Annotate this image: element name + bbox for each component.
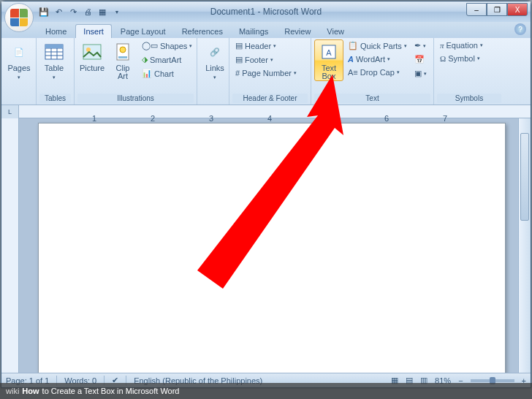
window-controls: – ❐ X — [466, 3, 528, 16]
illus-stack: ◯▭Shapes ▾ ⬗SmartArt 📊Chart — [139, 39, 195, 80]
pagenumber-button[interactable]: #Page Number ▾ — [232, 67, 308, 79]
pagenumber-label: Page Number — [242, 69, 292, 77]
footer-icon: ▤ — [235, 55, 243, 64]
header-icon: ▤ — [235, 41, 243, 50]
undo-icon[interactable]: ↶ — [53, 6, 64, 18]
redo-icon[interactable]: ↷ — [67, 6, 79, 18]
smartart-icon: ⬗ — [142, 55, 148, 64]
text-stack2: ✒▾ 📅 ▣▾ — [411, 39, 430, 80]
tab-home[interactable]: Home — [38, 25, 74, 38]
help-button[interactable]: ? — [514, 23, 526, 35]
wikihow-caption: wikiHow to Create a Text Box in Microsof… — [0, 383, 532, 399]
textbox-label: Text Box — [322, 64, 336, 80]
header-label: Header — [245, 42, 271, 50]
office-button[interactable] — [4, 3, 34, 32]
shapes-button[interactable]: ◯▭Shapes ▾ — [139, 39, 195, 52]
close-button[interactable]: X — [507, 3, 528, 16]
shapes-icon: ◯▭ — [142, 41, 158, 50]
workspace — [1, 118, 531, 373]
group-symbols-label: Symbols — [437, 94, 501, 103]
datetime-icon: 📅 — [414, 55, 425, 64]
tab-view[interactable]: View — [319, 25, 352, 38]
symbol-label: Symbol — [448, 54, 475, 63]
ribbon: 📄 Pages▾ Pages Table▾ Tables Picture — [1, 38, 531, 105]
new-icon[interactable]: ▦ — [96, 6, 108, 18]
group-hf-label: Header & Footer — [232, 94, 308, 103]
quick-access-toolbar: 💾 ↶ ↷ 🖨 ▦ ▼ — [38, 6, 123, 18]
scrollbar-vertical[interactable] — [518, 118, 531, 373]
save-icon[interactable]: 💾 — [38, 6, 50, 18]
word-window: 💾 ↶ ↷ 🖨 ▦ ▼ Document1 - Microsoft Word –… — [1, 1, 531, 388]
symbols-stack: πEquation ▾ ΩSymbol ▾ — [437, 39, 501, 64]
smartart-button[interactable]: ⬗SmartArt — [139, 53, 195, 66]
dropcap-label: Drop Cap — [360, 68, 395, 77]
picture-button[interactable]: Picture — [77, 39, 107, 72]
header-button[interactable]: ▤Header ▾ — [232, 39, 308, 52]
ruler-horizontal: L 1 2 3 4 5 6 7 — [1, 105, 531, 118]
group-illustrations-label: Illustrations — [77, 94, 194, 103]
ruler-corner[interactable]: L — [1, 105, 19, 118]
pages-icon: 📄 — [9, 42, 29, 62]
chart-button[interactable]: 📊Chart — [139, 67, 195, 80]
svg-text:A: A — [326, 48, 332, 57]
pages-label: Pages — [7, 64, 30, 72]
tab-page-layout[interactable]: Page Layout — [113, 25, 173, 38]
quickparts-button[interactable]: 📋Quick Parts ▾ — [345, 39, 410, 52]
group-tables-label: Tables — [39, 94, 71, 103]
group-text: A Text Box 📋Quick Parts ▾ AWordArt ▾ A≡D… — [311, 38, 434, 104]
svg-point-8 — [86, 48, 91, 52]
office-logo-icon — [10, 9, 28, 26]
group-pages: 📄 Pages▾ Pages — [1, 38, 37, 104]
picture-label: Picture — [80, 64, 104, 72]
chart-label: Chart — [154, 69, 174, 78]
svg-rect-7 — [83, 45, 101, 59]
picture-icon — [82, 42, 102, 62]
links-label: Links — [205, 64, 224, 72]
titlebar: 💾 ↶ ↷ 🖨 ▦ ▼ Document1 - Microsoft Word –… — [1, 1, 531, 22]
text-stack1: 📋Quick Parts ▾ AWordArt ▾ A≡Drop Cap ▾ — [345, 39, 410, 78]
group-illustrations: Picture Clip Art ◯▭Shapes ▾ ⬗SmartArt 📊C… — [75, 38, 197, 104]
qat-dropdown-icon[interactable]: ▼ — [111, 6, 123, 18]
caption-how: How — [22, 387, 39, 395]
tab-review[interactable]: Review — [277, 25, 318, 38]
textbox-button[interactable]: A Text Box — [314, 39, 343, 81]
footer-button[interactable]: ▤Footer ▾ — [232, 53, 308, 66]
dropcap-button[interactable]: A≡Drop Cap ▾ — [345, 66, 410, 78]
svg-point-10 — [120, 47, 126, 53]
svg-rect-6 — [45, 45, 63, 48]
table-button[interactable]: Table▾ — [39, 39, 69, 81]
zoom-slider[interactable] — [471, 379, 514, 382]
clipart-label: Clip Art — [116, 64, 130, 80]
maximize-button[interactable]: ❐ — [487, 3, 507, 16]
group-text-label: Text — [314, 94, 430, 103]
svg-rect-11 — [118, 56, 127, 58]
minimize-button[interactable]: – — [466, 3, 487, 16]
tab-mailings[interactable]: Mailings — [232, 25, 276, 38]
signature-button[interactable]: ✒▾ — [411, 39, 430, 52]
tab-references[interactable]: References — [175, 25, 230, 38]
symbol-button[interactable]: ΩSymbol ▾ — [437, 53, 501, 64]
pages-button[interactable]: 📄 Pages▾ — [4, 39, 34, 81]
equation-label: Equation — [446, 41, 478, 50]
dropcap-icon: A≡ — [348, 68, 358, 77]
footer-label: Footer — [245, 56, 268, 64]
page-area[interactable] — [19, 118, 518, 373]
scroll-thumb[interactable] — [520, 133, 529, 221]
shapes-label: Shapes — [160, 42, 187, 50]
quickparts-label: Quick Parts — [360, 42, 402, 50]
links-icon: 🔗 — [205, 42, 225, 62]
document-page[interactable] — [38, 123, 506, 373]
links-button[interactable]: 🔗 Links▾ — [200, 39, 229, 81]
print-icon[interactable]: 🖨 — [82, 6, 94, 18]
object-button[interactable]: ▣▾ — [411, 67, 430, 80]
datetime-button[interactable]: 📅 — [411, 53, 430, 66]
equation-button[interactable]: πEquation ▾ — [437, 39, 501, 51]
table-icon — [44, 42, 64, 62]
clipart-button[interactable]: Clip Art — [108, 39, 137, 80]
wordart-icon: A — [348, 55, 354, 64]
ruler-vertical[interactable] — [1, 118, 19, 373]
pagenumber-icon: # — [235, 69, 240, 77]
tab-insert[interactable]: Insert — [75, 24, 112, 38]
wordart-button[interactable]: AWordArt ▾ — [345, 53, 410, 65]
signature-icon: ✒ — [414, 41, 421, 50]
